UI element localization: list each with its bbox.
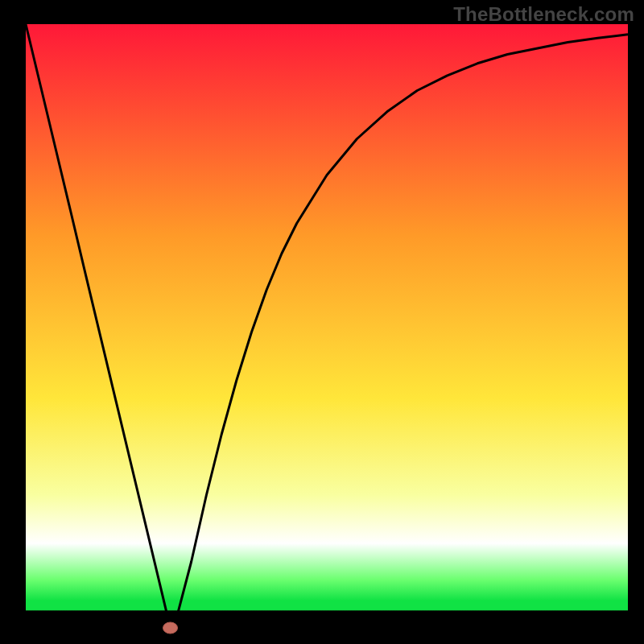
- plot-area: [26, 24, 628, 628]
- chart-frame: { "watermark": "TheBottleneck.com", "col…: [0, 0, 644, 644]
- bottleneck-chart: [0, 0, 644, 644]
- watermark-text: TheBottleneck.com: [453, 3, 634, 26]
- optimal-point-marker: [163, 622, 178, 634]
